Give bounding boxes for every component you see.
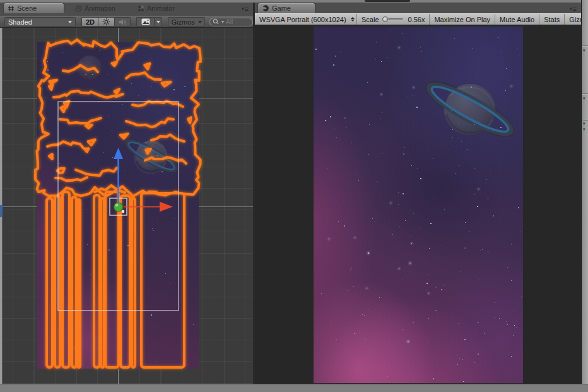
star [98, 206, 98, 206]
star [47, 61, 48, 62]
scene-lighting-button[interactable] [98, 17, 114, 27]
foldout-arrow-icon[interactable]: ▾ [583, 48, 585, 52]
tab-animator[interactable]: Animator [133, 3, 181, 13]
stats-button[interactable]: Stats [539, 14, 565, 25]
star [413, 95, 413, 96]
aspect-ratio-label: WSVGA Portrait (600x1024) [259, 16, 346, 23]
shading-mode-dropdown[interactable]: Shaded [4, 17, 76, 27]
maximize-on-play-button[interactable]: Maximize On Play [430, 14, 495, 25]
star [190, 140, 191, 141]
star [85, 74, 86, 75]
star [37, 85, 38, 85]
star [153, 145, 153, 145]
aspect-ratio-dropdown[interactable]: WSVGA Portrait (600x1024) [255, 14, 357, 25]
scene-search-field[interactable] [209, 18, 253, 27]
star [184, 86, 185, 87]
tab-scene[interactable]: Scene [3, 3, 64, 13]
star [99, 291, 100, 292]
image-icon [141, 18, 150, 25]
chevron-down-icon [68, 21, 72, 23]
scene-gizmos-dropdown[interactable]: Gizmos [168, 17, 205, 27]
scene-effects-button[interactable] [136, 17, 154, 27]
foldout-arrow-icon[interactable]: ▾ [583, 127, 585, 131]
star [109, 116, 109, 116]
star [87, 244, 88, 245]
scene-audio-button[interactable] [114, 17, 131, 27]
foldout-arrow-icon[interactable]: ▾ [583, 121, 585, 126]
scale-slider-track[interactable] [388, 18, 403, 20]
star [404, 147, 405, 148]
star [433, 378, 434, 379]
star [126, 170, 126, 170]
star [474, 194, 475, 194]
star [433, 158, 433, 159]
tab-game-label: Game [272, 4, 291, 12]
star [399, 47, 399, 48]
star [413, 87, 414, 88]
star [335, 56, 336, 57]
star [411, 165, 412, 166]
star [411, 243, 412, 244]
scene-effects-dropdown[interactable] [154, 17, 162, 27]
star [493, 215, 494, 217]
star [403, 153, 404, 155]
star [452, 138, 453, 138]
scale-slider-knob[interactable] [382, 16, 388, 22]
star [482, 249, 483, 250]
star [46, 214, 47, 215]
star [194, 139, 195, 140]
star [98, 101, 99, 102]
star [329, 239, 329, 239]
star [428, 343, 429, 343]
star [415, 232, 415, 232]
star [474, 124, 475, 125]
star [105, 357, 105, 358]
star [520, 232, 520, 232]
star [406, 166, 406, 167]
search-input[interactable] [226, 18, 254, 25]
scene-viewport[interactable] [0, 28, 253, 386]
star [369, 124, 370, 125]
star [452, 129, 453, 130]
star [511, 244, 512, 245]
star [375, 59, 376, 59]
star [479, 280, 479, 280]
game-planet-layer [314, 27, 523, 383]
mute-audio-button[interactable]: Mute Audio [495, 14, 539, 25]
star [170, 283, 171, 284]
star [478, 189, 479, 189]
search-filter-arrow-icon [221, 21, 225, 23]
star [59, 163, 60, 164]
star [338, 221, 339, 222]
star [327, 169, 327, 169]
2d-toggle-label: 2D [86, 18, 95, 26]
star [100, 271, 101, 272]
star [488, 251, 488, 252]
star [428, 274, 429, 275]
2d-toggle-button[interactable]: 2D [81, 17, 98, 27]
star [505, 90, 506, 91]
star [376, 42, 377, 42]
star [344, 117, 346, 119]
star [420, 229, 420, 229]
star [379, 297, 380, 298]
tab-animation[interactable]: Animation [71, 3, 122, 13]
star [144, 203, 144, 203]
star [421, 51, 422, 52]
foldout-arrow-icon[interactable]: ▾ [583, 96, 585, 100]
star [464, 339, 466, 340]
scene-panel-menu-icon[interactable]: ▾≡ [242, 6, 249, 11]
star [420, 178, 421, 179]
star [399, 227, 400, 227]
star [74, 347, 75, 348]
star [331, 321, 332, 321]
star [353, 287, 354, 287]
star [97, 46, 97, 47]
star [194, 154, 195, 155]
star [474, 168, 474, 169]
game-panel-menu-icon[interactable]: ▾≡ [570, 6, 577, 11]
tab-game[interactable]: Game [257, 3, 315, 13]
game-viewport[interactable] [314, 27, 523, 383]
scene-toolbar: Shaded 2D [0, 16, 253, 28]
star [433, 198, 434, 198]
